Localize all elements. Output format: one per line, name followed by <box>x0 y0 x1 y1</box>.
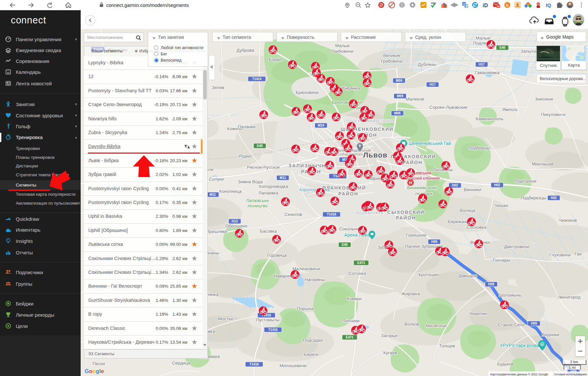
svg-text:Борки: Борки <box>269 57 281 62</box>
svg-text:Холодноводка: Холодноводка <box>258 184 288 189</box>
svg-text:32: 32 <box>497 5 500 8</box>
svg-text:Винники: Винники <box>464 187 481 192</box>
svg-text:Нагоряны: Нагоряны <box>305 277 325 282</box>
svg-text:Н02: Н02 <box>551 196 557 200</box>
svg-text:лянка: лянка <box>206 292 219 297</box>
svg-text:Винниківський: Винниківський <box>407 185 437 190</box>
svg-text:Е471: Е471 <box>346 335 354 339</box>
svg-text:Н17: Н17 <box>479 63 485 66</box>
svg-text:Береги: Береги <box>304 352 318 357</box>
svg-text:Солонка: Солонка <box>348 271 366 276</box>
svg-text:Сердица: Сердица <box>172 361 190 365</box>
svg-text:СЫХОВСКИЙ: СЫХОВСКИЙ <box>387 209 424 215</box>
svg-text:Видники: Видники <box>542 332 559 337</box>
svg-text:Бережаны: Бережаны <box>448 219 469 224</box>
svg-text:Чишки: Чишки <box>495 203 508 208</box>
svg-text:iD: iD <box>483 3 488 8</box>
svg-text:М11: М11 <box>210 193 216 196</box>
svg-text:Годовица: Годовица <box>267 253 287 258</box>
svg-text:Пустомыты: Пустомыты <box>256 317 279 322</box>
svg-text:Н09: Н09 <box>431 240 438 244</box>
svg-text:Лапаевка: Лапаевка <box>258 190 278 195</box>
svg-text:Шевченківський Гай: Шевченківський Гай <box>409 141 451 146</box>
svg-text:Е40: Е40 <box>257 144 263 148</box>
svg-text:Волица: Волица <box>460 208 475 213</box>
svg-text:Подгорное: Подгорное <box>515 179 537 184</box>
svg-text:Ямполь: Ямполь <box>502 107 518 112</box>
svg-text:Старое Село: Старое Село <box>498 322 525 327</box>
svg-text:Ковяри: Ковяри <box>347 296 362 301</box>
svg-text:Миклашев: Миклашев <box>532 161 553 166</box>
svg-text:Н13: Н13 <box>232 219 238 223</box>
svg-text:文: 文 <box>465 5 468 8</box>
svg-text:b: b <box>506 3 509 8</box>
svg-text:Глуховичи: Глуховичи <box>549 252 571 257</box>
svg-text:Е471: Е471 <box>357 261 365 265</box>
svg-text:Басовка: Басовка <box>260 229 277 234</box>
svg-text:Запытов: Запытов <box>521 49 538 54</box>
svg-text:Великие: Великие <box>383 53 400 58</box>
svg-text:Зелив: Зелив <box>212 85 224 90</box>
svg-text:Брюховичи: Брюховичи <box>296 90 319 95</box>
svg-text:М09: М09 <box>396 79 402 82</box>
svg-text:Липники: Липники <box>342 318 360 323</box>
svg-text:Н09: Н09 <box>488 282 494 286</box>
svg-text:connect.garmin.com/modern/segm: connect.garmin.com/modern/segments <box>106 3 189 8</box>
svg-text:Грибовичи: Грибовичи <box>381 59 403 64</box>
svg-text:Звенигород: Звенигород <box>557 295 581 300</box>
svg-text:Е40: Е40 <box>499 46 505 49</box>
svg-text:Гаи: Гаи <box>575 251 582 256</box>
svg-text:Оброшино: Оброшино <box>226 223 248 228</box>
svg-text:Пришляки: Пришляки <box>206 229 227 234</box>
svg-text:Милошевичи: Милошевичи <box>280 363 307 368</box>
svg-text:Мостки: Мостки <box>218 316 233 321</box>
svg-text:Т1416: Т1416 <box>250 362 259 366</box>
svg-text:М06: М06 <box>394 111 401 115</box>
svg-text:Паланки: Паланки <box>238 124 255 129</box>
svg-text:Львов: Львов <box>363 151 388 159</box>
svg-text:Давыдов: Давыдов <box>459 273 477 278</box>
svg-text:Т1416: Т1416 <box>327 213 336 216</box>
svg-text:РАЙОН: РАЙОН <box>402 159 422 165</box>
svg-text:Аэропорт Львів: Аэропорт Львів <box>299 187 330 192</box>
svg-text:Загорье: Загорье <box>381 333 397 338</box>
svg-text:Волков: Волков <box>405 322 419 327</box>
svg-text:Дубляны: Дубляны <box>418 62 436 67</box>
svg-text:Подборцы: Подборцы <box>468 145 490 150</box>
svg-text:Сороки-Львовские: Сороки-Львовские <box>429 105 467 110</box>
svg-text:лісництво: лісництво <box>247 203 267 208</box>
svg-text:Зимна Вода: Зимна Вода <box>238 179 263 184</box>
svg-text:М09: М09 <box>397 94 403 98</box>
svg-text:Каменнополь: Каменнополь <box>476 116 503 121</box>
svg-text:Н02: Н02 <box>494 183 500 187</box>
svg-text:М11: М11 <box>280 176 286 180</box>
svg-text:БОДНАРОВКА: БОДНАРОВКА <box>357 211 383 215</box>
svg-text:Дуброва: Дуброва <box>236 48 254 53</box>
svg-text:Рясное-Русское: Рясное-Русское <box>247 165 280 170</box>
svg-text:Кугаев: Кугаев <box>383 350 397 355</box>
svg-text:Толщев: Толщев <box>439 343 455 348</box>
svg-text:РАЙОН: РАЙОН <box>338 191 358 196</box>
svg-text:Подберезцы: Подберезцы <box>521 195 546 200</box>
svg-text:Милятичи: Милятичи <box>426 323 446 328</box>
svg-text:Т1416: Т1416 <box>268 328 278 332</box>
svg-text:Google: Google <box>85 368 104 374</box>
svg-text:Дмитровичи: Дмитровичи <box>504 244 529 249</box>
svg-text:31: 31 <box>7 71 10 74</box>
svg-text:Арена Львів: Арена Львів <box>344 232 370 238</box>
svg-text:Жировка: Жировка <box>401 291 420 296</box>
svg-text:Чижиков: Чижиков <box>559 218 577 223</box>
svg-text:Подсадки: Подсадки <box>303 338 323 343</box>
svg-text:Горишний: Горишний <box>406 233 426 238</box>
svg-text:Скнилов: Скнилов <box>284 212 302 217</box>
svg-text:Пески: Пески <box>93 361 105 366</box>
svg-text:М10: М10 <box>318 124 324 127</box>
svg-text:Будьков: Будьков <box>497 362 514 366</box>
svg-text:Конопница: Конопница <box>219 189 242 194</box>
svg-text:Поршна: Поршна <box>297 306 314 311</box>
svg-text:Малые: Малые <box>476 36 490 41</box>
svg-text:Т1414: Т1414 <box>252 77 262 81</box>
svg-text:Знесіння: Знесіння <box>535 97 553 101</box>
svg-text:Е40: Е40 <box>342 243 348 246</box>
svg-text:Збиранка: Збиранка <box>340 86 360 91</box>
